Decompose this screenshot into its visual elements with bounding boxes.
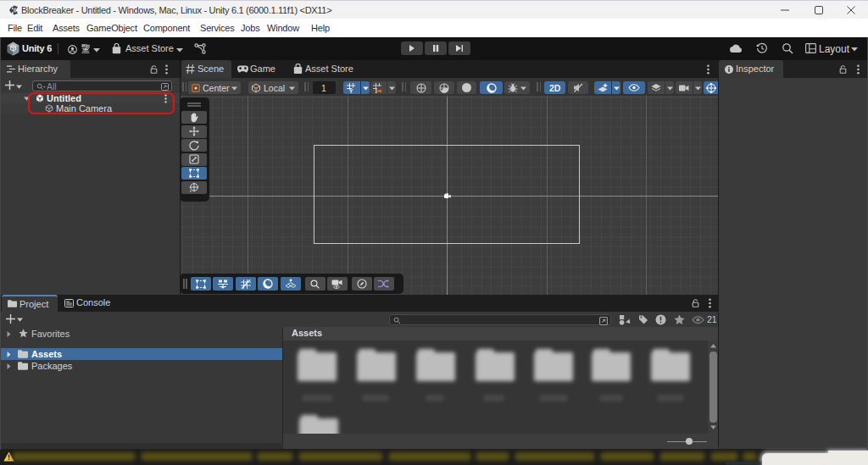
svg-text:Y: Y: [349, 88, 353, 94]
